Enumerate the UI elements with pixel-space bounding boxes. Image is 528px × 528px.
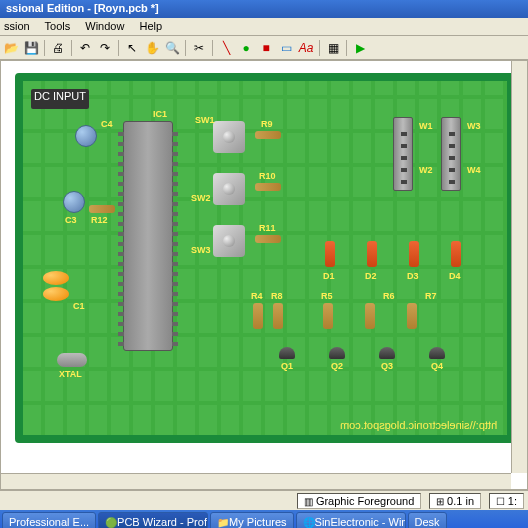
capacitor-c3	[63, 191, 85, 213]
label-w3: W3	[467, 121, 481, 131]
separator	[319, 40, 320, 56]
switch-sw1	[213, 121, 245, 153]
crystal-xtal	[57, 353, 87, 367]
resistor-r9	[255, 131, 281, 139]
label-r12: R12	[91, 215, 108, 225]
toolbar: 📂 💾 🖨 ↶ ↷ ↖ ✋ 🔍 ✂ ╲ ● ■ ▭ Aa ▦ ▶	[0, 36, 528, 60]
resistor-r6	[365, 303, 375, 329]
pointer-icon[interactable]: ↖	[123, 39, 141, 57]
menu-help[interactable]: Help	[139, 20, 162, 32]
label-r11: R11	[259, 223, 276, 233]
separator	[44, 40, 45, 56]
label-w1: W1	[419, 121, 433, 131]
label-q2: Q2	[331, 361, 343, 371]
taskbar-item[interactable]: Professional E...	[2, 512, 96, 528]
resistor-r10	[255, 183, 281, 191]
label-c3: C3	[65, 215, 77, 225]
label-ic1: IC1	[153, 109, 167, 119]
separator	[71, 40, 72, 56]
cut-icon[interactable]: ✂	[190, 39, 208, 57]
separator	[185, 40, 186, 56]
text-icon[interactable]: Aa	[297, 39, 315, 57]
label-r8: R8	[271, 291, 283, 301]
label-r10: R10	[259, 171, 276, 181]
pad-square-icon[interactable]: ■	[257, 39, 275, 57]
label-d4: D4	[449, 271, 461, 281]
diode-d1	[325, 241, 335, 267]
resistor-r7	[407, 303, 417, 329]
resistor-r12	[89, 205, 115, 213]
status-layer[interactable]: ▥ Graphic Foreground	[297, 493, 421, 509]
label-d3: D3	[407, 271, 419, 281]
separator	[118, 40, 119, 56]
title-bar: ssional Edition - [Royn.pcb *]	[0, 0, 528, 18]
label-r9: R9	[261, 119, 273, 129]
label-sw2: SW2	[191, 193, 211, 203]
redo-icon[interactable]: ↷	[96, 39, 114, 57]
status-coord: ☐ 1:	[489, 493, 524, 509]
transistor-q4	[429, 347, 445, 359]
taskbar-item-active[interactable]: 🟢 PCB Wizard - Professi...	[98, 512, 208, 528]
capacitor-c4	[75, 125, 97, 147]
label-c4: C4	[101, 119, 113, 129]
pcb-board[interactable]: DC INPUT IC1 C4 C3 R12 C1 XTAL SW1 R9 SW…	[15, 73, 515, 443]
pad-round-icon[interactable]: ●	[237, 39, 255, 57]
open-icon[interactable]: 📂	[2, 39, 20, 57]
menu-ssion[interactable]: ssion	[4, 20, 30, 32]
taskbar-item[interactable]: 📁 My Pictures	[210, 512, 293, 528]
vertical-scrollbar[interactable]	[511, 61, 527, 473]
label-sw1: SW1	[195, 115, 215, 125]
dc-input-connector: DC INPUT	[31, 89, 89, 109]
label-sw3: SW3	[191, 245, 211, 255]
label-d2: D2	[365, 271, 377, 281]
hand-icon[interactable]: ✋	[143, 39, 161, 57]
zoom-icon[interactable]: 🔍	[163, 39, 181, 57]
status-grid[interactable]: ⊞ 0.1 in	[429, 493, 481, 509]
label-r7: R7	[425, 291, 437, 301]
label-d1: D1	[323, 271, 335, 281]
horizontal-scrollbar[interactable]	[1, 473, 511, 489]
diode-d2	[367, 241, 377, 267]
separator	[212, 40, 213, 56]
save-icon[interactable]: 💾	[22, 39, 40, 57]
label-q1: Q1	[281, 361, 293, 371]
resistor-r11	[255, 235, 281, 243]
taskbar-item[interactable]: 🌐 SinElectronic - Windows ...	[296, 512, 406, 528]
label-q4: Q4	[431, 361, 443, 371]
transistor-q2	[329, 347, 345, 359]
ic1-chip	[123, 121, 173, 351]
label-r4: R4	[251, 291, 263, 301]
capacitor-c1b	[43, 287, 69, 301]
connector-w1	[393, 117, 413, 191]
transistor-q3	[379, 347, 395, 359]
resistor-r5	[323, 303, 333, 329]
print-icon[interactable]: 🖨	[49, 39, 67, 57]
undo-icon[interactable]: ↶	[76, 39, 94, 57]
label-r5: R5	[321, 291, 333, 301]
switch-sw2	[213, 173, 245, 205]
rect-icon[interactable]: ▭	[277, 39, 295, 57]
label-r6: R6	[383, 291, 395, 301]
taskbar-item[interactable]: Desk	[408, 512, 447, 528]
workspace[interactable]: DC INPUT IC1 C4 C3 R12 C1 XTAL SW1 R9 SW…	[0, 60, 528, 490]
switch-sw3	[213, 225, 245, 257]
label-xtal: XTAL	[59, 369, 82, 379]
label-c1: C1	[73, 301, 85, 311]
menu-bar: ssion Tools Window Help	[0, 18, 528, 36]
pcb-url-text: http:\\sinelectronic.blogspot.com	[340, 419, 497, 431]
resistor-r8	[273, 303, 283, 329]
diode-d3	[409, 241, 419, 267]
run-icon[interactable]: ▶	[351, 39, 369, 57]
track-icon[interactable]: ╲	[217, 39, 235, 57]
capacitor-c1a	[43, 271, 69, 285]
layers-icon[interactable]: ▦	[324, 39, 342, 57]
menu-tools[interactable]: Tools	[45, 20, 71, 32]
menu-window[interactable]: Window	[85, 20, 124, 32]
status-bar: ▥ Graphic Foreground ⊞ 0.1 in ☐ 1:	[0, 490, 528, 510]
windows-taskbar: Professional E... 🟢 PCB Wizard - Profess…	[0, 510, 528, 528]
window-title: ssional Edition - [Royn.pcb *]	[6, 2, 159, 14]
label-w4: W4	[467, 165, 481, 175]
resistor-r4	[253, 303, 263, 329]
separator	[346, 40, 347, 56]
label-w2: W2	[419, 165, 433, 175]
